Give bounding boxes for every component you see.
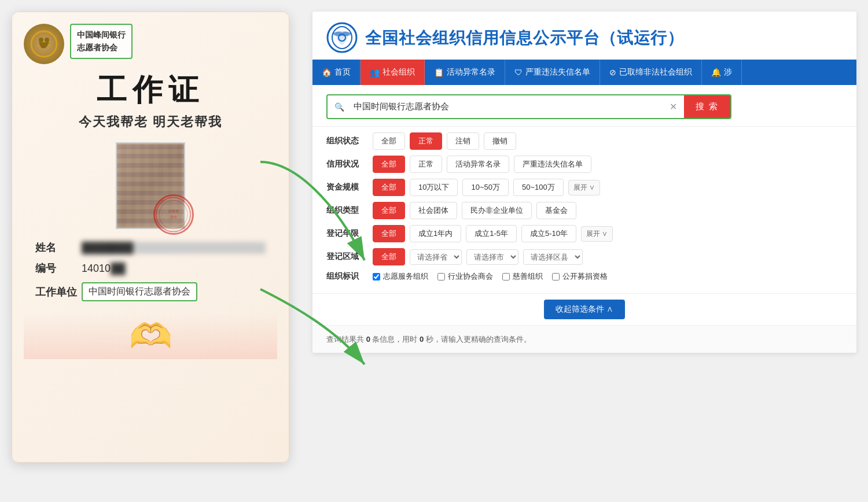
reg-area-label: 登记区域: [326, 252, 367, 262]
province-select[interactable]: 请选择省: [410, 249, 462, 265]
org-type-all-btn[interactable]: 全部: [373, 202, 405, 219]
tag-charity-label: 慈善组织: [513, 271, 543, 282]
collapse-btn[interactable]: 收起筛选条件 ∧: [544, 300, 625, 319]
nav-social-org[interactable]: 👥 社会组织: [361, 60, 425, 85]
nav-activity-anomaly-label: 活动异常名录: [447, 67, 495, 77]
search-section: 🔍 ✕ 搜 索: [312, 85, 856, 127]
name-row: 姓名 ███████: [35, 241, 266, 254]
org-type-private-btn[interactable]: 民办非企业单位: [462, 202, 532, 219]
site-title: 全国社会组织信用信息公示平台（试运行）: [365, 27, 684, 49]
card-info: 姓名 ███████ 编号 14010██ 工作单位 中国时间银行志愿者协会: [24, 241, 277, 301]
org-status-revoked-btn[interactable]: 撤销: [484, 132, 516, 150]
reg-area-options: 全部 请选择省 请选择市 请选择区县: [373, 248, 583, 265]
tag-charity[interactable]: 慈善组织: [502, 271, 543, 282]
org-status-options: 全部 正常 注销 撤销: [373, 132, 516, 150]
site-logo: [326, 22, 358, 54]
reg-years-10-btn[interactable]: 成立5-10年: [521, 225, 576, 242]
svg-point-1: [39, 38, 43, 42]
id-card-section: 中国峰间银行 志愿者协会 工作证 今天我帮老 明天老帮我 志愿者: [12, 12, 295, 463]
work-unit-label: 工作单位: [35, 285, 82, 299]
search-clear-btn[interactable]: ✕: [663, 97, 684, 117]
reg-years-expand-btn[interactable]: 展开 ∨: [581, 226, 613, 242]
nav-bar: 🏠 首页 👥 社会组织 📋 活动异常名录 🛡 严重违法失信名单 ⊘: [312, 60, 856, 85]
org-icon: 👥: [370, 68, 380, 77]
nav-activity-anomaly[interactable]: 📋 活动异常名录: [425, 60, 505, 85]
district-select[interactable]: 请选择区县: [523, 249, 583, 265]
tag-fundraising-checkbox[interactable]: [552, 273, 560, 280]
credit-status-options: 全部 正常 活动异常名录 严重违法失信名单: [373, 156, 591, 173]
id-row: 编号 14010██: [35, 261, 266, 275]
tag-charity-checkbox[interactable]: [502, 273, 510, 280]
city-select[interactable]: 请选择市: [466, 249, 518, 265]
id-value: 14010██: [82, 263, 266, 275]
reg-years-1-btn[interactable]: 成立1年内: [410, 225, 461, 242]
org-type-foundation-btn[interactable]: 基金会: [536, 202, 576, 219]
tag-fundraising-label: 公开募捐资格: [562, 271, 608, 282]
org-type-row: 组织类型 全部 社会团体 民办非企业单位 基金会: [326, 202, 843, 219]
reg-years-all-btn[interactable]: 全部: [373, 225, 405, 242]
org-tags-row: 组织标识 志愿服务组织 行业协会商会 慈善组织: [326, 271, 843, 282]
violation-icon: 🛡: [514, 68, 523, 77]
card-title: 工作证: [24, 70, 277, 110]
result-count: 0: [366, 335, 370, 344]
nav-serious-violation-label: 严重违法失信名单: [525, 67, 590, 77]
tag-industry-checkbox[interactable]: [437, 273, 445, 280]
credit-status-label: 信用状况: [326, 159, 367, 169]
result-text: 查询结果共 0 条信息，用时 0 秒，请输入更精确的查询条件。: [326, 335, 531, 344]
credit-anomaly-btn[interactable]: 活动异常名录: [447, 156, 509, 173]
reg-years-5-btn[interactable]: 成立1-5年: [466, 225, 517, 242]
credit-violation-btn[interactable]: 严重违法失信名单: [514, 156, 591, 173]
nav-social-org-label: 社会组织: [382, 67, 415, 77]
org-type-label: 组织类型: [326, 205, 367, 216]
org-status-normal-btn[interactable]: 正常: [410, 132, 442, 150]
svg-text:志愿者: 志愿者: [168, 209, 179, 213]
reg-years-label: 登记年限: [326, 228, 367, 239]
other-icon: 🔔: [711, 68, 721, 77]
search-box: 🔍 ✕ 搜 索: [326, 94, 731, 119]
work-unit-row: 工作单位 中国时间银行志愿者协会: [35, 282, 266, 301]
fund-scale-label: 资金规模: [326, 182, 367, 193]
tag-volunteer-label: 志愿服务组织: [383, 271, 428, 282]
filter-section: 组织状态 全部 正常 注销 撤销 信用状况 全部 正常 活动异常名录: [312, 127, 856, 293]
credit-all-btn[interactable]: 全部: [373, 156, 405, 173]
nav-banned-org[interactable]: ⊘ 已取缔非法社会组织: [600, 60, 702, 85]
reg-years-options: 全部 成立1年内 成立1-5年 成立5-10年 展开 ∨: [373, 225, 613, 242]
fund-expand-btn[interactable]: 展开 ∨: [568, 180, 600, 195]
fund-all-btn[interactable]: 全部: [373, 179, 405, 196]
tag-volunteer-checkbox[interactable]: [373, 273, 380, 280]
fund-10w-btn[interactable]: 10万以下: [410, 179, 458, 196]
reg-area-row: 登记区域 全部 请选择省 请选择市 请选择区县: [326, 248, 843, 265]
official-stamp: 志愿者 协会: [153, 194, 194, 235]
org-status-all-btn[interactable]: 全部: [373, 132, 405, 150]
tag-fundraising[interactable]: 公开募捐资格: [552, 271, 608, 282]
id-card-header: 中国峰间银行 志愿者协会: [24, 24, 277, 64]
tag-volunteer[interactable]: 志愿服务组织: [373, 271, 428, 282]
website-panel: 全国社会组织信用信息公示平台（试运行） 🏠 首页 👥 社会组织 📋 活动异常名录…: [312, 12, 856, 353]
name-value: ███████: [82, 242, 266, 254]
org-type-social-btn[interactable]: 社会团体: [410, 202, 457, 219]
fund-50w-btn[interactable]: 10~50万: [462, 179, 509, 196]
nav-serious-violation[interactable]: 🛡 严重违法失信名单: [505, 60, 600, 85]
credit-normal-btn[interactable]: 正常: [410, 156, 442, 173]
nav-home[interactable]: 🏠 首页: [312, 60, 361, 85]
nav-other-label: 涉: [724, 67, 732, 77]
nav-home-label: 首页: [334, 67, 351, 77]
org-name-box: 中国峰间银行 志愿者协会: [70, 24, 133, 59]
result-section: 查询结果共 0 条信息，用时 0 秒，请输入更精确的查询条件。: [312, 325, 856, 353]
nav-banned-org-label: 已取缔非法社会组织: [619, 67, 692, 77]
org-status-cancelled-btn[interactable]: 注销: [447, 132, 479, 150]
search-button[interactable]: 搜 索: [684, 95, 730, 118]
reg-area-all-btn[interactable]: 全部: [373, 248, 405, 265]
org-status-row: 组织状态 全部 正常 注销 撤销: [326, 132, 843, 150]
org-logo: [24, 24, 64, 64]
credit-status-row: 信用状况 全部 正常 活动异常名录 严重违法失信名单: [326, 156, 843, 173]
fund-100w-btn[interactable]: 50~100万: [513, 179, 564, 196]
tag-industry-label: 行业协会商会: [448, 271, 493, 282]
org-tags-label: 组织标识: [326, 271, 367, 282]
name-label: 姓名: [35, 241, 82, 254]
org-name-line2: 志愿者协会: [77, 41, 126, 54]
search-input[interactable]: [351, 97, 663, 116]
id-label: 编号: [35, 261, 82, 275]
nav-other[interactable]: 🔔 涉: [702, 60, 742, 85]
tag-industry[interactable]: 行业协会商会: [437, 271, 493, 282]
